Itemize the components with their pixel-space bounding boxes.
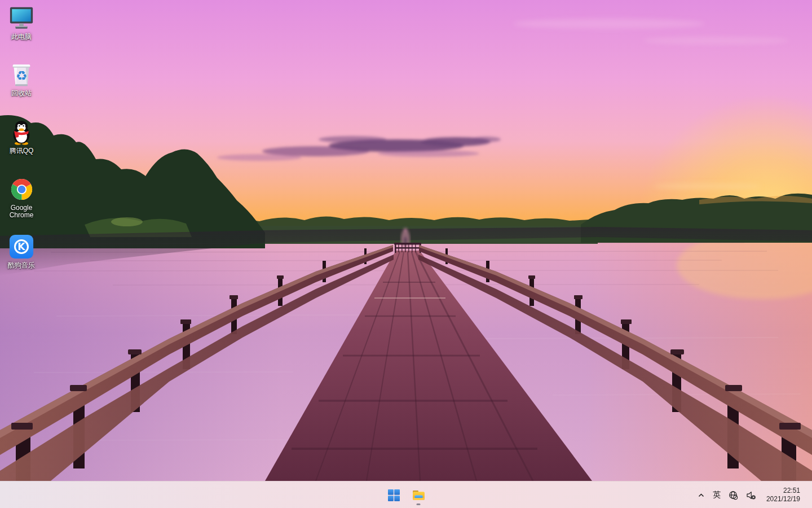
svg-text:♻: ♻ [16, 68, 28, 83]
file-explorer-icon [412, 488, 426, 502]
desktop-icon-tencent-qq[interactable]: 腾讯QQ [0, 119, 43, 155]
clock[interactable]: 22:51 2021/12/19 [762, 484, 804, 506]
network-button[interactable] [725, 484, 742, 506]
tray-chevron-button[interactable] [694, 484, 709, 506]
globe-no-internet-icon [729, 491, 738, 500]
desktop-icon-label: Google Chrome [1, 204, 42, 219]
desktop-icon-kugou-music[interactable]: K 酷狗音乐 [0, 233, 43, 269]
taskbar: 英 [0, 481, 812, 508]
ime-indicator-button[interactable]: 英 [709, 484, 725, 506]
desktop-icon-recycle-bin[interactable]: ♻ 回收站 [0, 61, 43, 97]
chrome-icon [8, 176, 35, 203]
desktop-icon-label: 腾讯QQ [10, 147, 34, 155]
chevron-up-icon [698, 492, 705, 499]
file-explorer-button[interactable] [407, 484, 430, 506]
svg-text:K: K [17, 241, 25, 252]
desktop-icon-this-pc[interactable]: 此电脑 [0, 5, 43, 41]
this-pc-icon [8, 5, 35, 32]
running-indicator [417, 503, 421, 505]
windows-logo-icon [388, 489, 400, 501]
desktop-icon-label: 此电脑 [11, 33, 32, 41]
desktop-icon-google-chrome[interactable]: Google Chrome [0, 176, 43, 219]
recycle-bin-icon: ♻ [8, 61, 35, 88]
desktop: 此电脑 ♻ 回收站 [0, 0, 812, 508]
wallpaper-sunset-pier [0, 0, 812, 481]
speaker-muted-icon [746, 491, 756, 500]
taskbar-center-buttons [382, 481, 430, 508]
system-tray: 英 [694, 481, 812, 508]
volume-button[interactable] [742, 484, 760, 506]
start-button[interactable] [382, 484, 405, 506]
clock-date: 2021/12/19 [766, 495, 800, 503]
desktop-icon-label: 酷狗音乐 [8, 262, 35, 269]
desktop-icon-label: 回收站 [11, 90, 32, 97]
qq-penguin-icon [8, 119, 35, 146]
kugou-icon: K [8, 233, 35, 260]
clock-time: 22:51 [783, 487, 800, 495]
